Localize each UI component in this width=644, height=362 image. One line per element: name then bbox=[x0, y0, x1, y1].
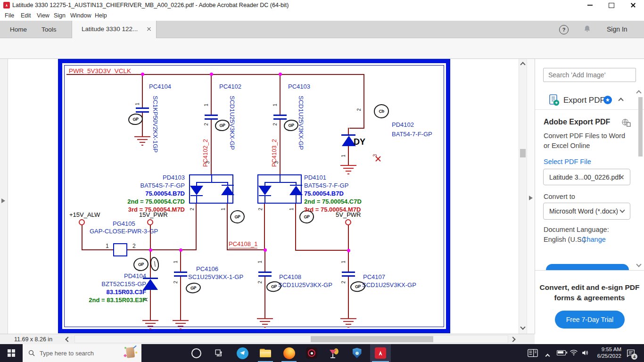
scroll-down-icon[interactable] bbox=[520, 324, 525, 329]
component-ref: PD4103 bbox=[96, 173, 185, 181]
power-port bbox=[345, 219, 351, 225]
export-pdf-title[interactable]: Export PDF bbox=[563, 96, 605, 105]
taskbar-item-security-app[interactable] bbox=[347, 344, 367, 362]
pin-number: 1 bbox=[204, 104, 209, 107]
wire bbox=[348, 224, 349, 251]
taskbar-item-telegram[interactable] bbox=[232, 344, 253, 362]
scroll-left-icon[interactable] bbox=[65, 337, 70, 342]
taskbar-item-task-view[interactable] bbox=[208, 344, 229, 362]
ground-symbol bbox=[340, 318, 357, 329]
pin-number: 3 bbox=[274, 161, 279, 164]
part-code-2nd: 2nd = 75.00054.C7D bbox=[304, 197, 394, 206]
panel-scroll-thumb[interactable] bbox=[638, 97, 643, 156]
taskbar-item-screen-recorder[interactable] bbox=[301, 344, 322, 362]
component-part: SCD1U25V3KX-GP bbox=[229, 96, 236, 164]
panel-description: Convert PDF Files to Word bbox=[544, 132, 625, 140]
pin-number: 1 bbox=[257, 261, 263, 263]
wire bbox=[348, 250, 349, 272]
wire bbox=[211, 120, 212, 175]
wire bbox=[264, 249, 265, 272]
component-ref: PD4104 bbox=[64, 272, 146, 280]
pin-number: 2 bbox=[258, 208, 263, 211]
panel-collapse-strip[interactable] bbox=[527, 59, 535, 334]
wire bbox=[264, 204, 265, 250]
document-vertical-scrollbar[interactable] bbox=[519, 59, 527, 334]
pin-number: 1 bbox=[173, 261, 178, 263]
component-part: GAP-CLOSE-PWR-3-GP bbox=[90, 228, 158, 235]
format-dropdown[interactable]: Microsoft Word (*.docx) bbox=[543, 203, 630, 220]
taskbar-clock[interactable]: 9:55 AM 6/25/2022 bbox=[592, 346, 621, 359]
net-label: PWR_5V3D3V_VCLK bbox=[69, 67, 131, 74]
clock-time: 9:55 AM bbox=[592, 346, 621, 353]
start-button[interactable] bbox=[0, 344, 23, 362]
tray-news-widget[interactable] bbox=[522, 344, 543, 362]
gp-stamp-icon: GP bbox=[214, 119, 230, 132]
adobe-export-title: Adobe Export PDF bbox=[544, 118, 610, 126]
cortana-icon bbox=[191, 348, 201, 358]
scroll-right-icon[interactable] bbox=[510, 337, 515, 342]
convert-button-partial[interactable] bbox=[546, 264, 629, 270]
collapse-panel-icon[interactable] bbox=[529, 196, 533, 200]
wire bbox=[227, 204, 228, 250]
wire bbox=[363, 74, 364, 129]
pin-number: 1 bbox=[341, 155, 346, 157]
power-port bbox=[147, 219, 153, 225]
shield-icon bbox=[353, 348, 362, 358]
pin-number: 2 bbox=[204, 123, 209, 126]
pin-number: 1 bbox=[221, 208, 226, 211]
promo-section: Convert, edit and e-sign PDF forms & agr… bbox=[535, 270, 644, 334]
wire bbox=[348, 146, 349, 165]
taskbar-item-file-explorer[interactable] bbox=[255, 344, 276, 362]
taskbar-search[interactable]: Type here to search bbox=[23, 344, 141, 362]
task-view-icon bbox=[215, 349, 223, 357]
ground-symbol bbox=[142, 320, 159, 330]
component-part: SC1KP50V2KX-1GP bbox=[152, 96, 159, 164]
dual-diode-symbol bbox=[257, 174, 302, 204]
component-part: BAT54S-7-F-GP bbox=[96, 181, 185, 189]
pin-number: 1 bbox=[106, 243, 109, 249]
horizontal-scrollbar[interactable] bbox=[74, 335, 508, 343]
component-text-block: PD4103 BAT54S-7-F-GP 75.00054.B7D 2nd = … bbox=[96, 173, 185, 214]
junction-dot bbox=[210, 73, 213, 76]
capacitor-symbol bbox=[342, 272, 355, 273]
panel-scroll-down-icon[interactable] bbox=[636, 262, 641, 267]
battery-icon[interactable] bbox=[557, 350, 566, 355]
select-pdf-link[interactable]: Select PDF File bbox=[544, 158, 591, 165]
diode-tag: DY bbox=[354, 137, 365, 147]
collapse-section-icon[interactable] bbox=[618, 98, 623, 103]
cocktail-icon bbox=[329, 347, 340, 359]
windows-logo-icon bbox=[8, 349, 15, 357]
component-ref: PC4108 bbox=[279, 273, 301, 280]
panel-description: or Excel Online bbox=[544, 142, 590, 149]
taskbar-item-firefox[interactable] bbox=[279, 344, 299, 362]
gp-stamp-icon: GP bbox=[132, 257, 149, 272]
wifi-icon[interactable] bbox=[570, 349, 578, 356]
search-highlights-icon[interactable] bbox=[124, 346, 138, 360]
horizontal-scroll-thumb[interactable] bbox=[311, 336, 433, 342]
tray-expand-icon[interactable] bbox=[546, 351, 549, 360]
wire bbox=[264, 277, 265, 318]
pin-number: 2 bbox=[257, 281, 263, 284]
change-language-link[interactable]: Change bbox=[582, 236, 606, 243]
scroll-up-icon[interactable] bbox=[520, 62, 525, 67]
selected-file-chip[interactable]: Latitude 3...00_0226.pdf bbox=[543, 169, 630, 185]
capacitor-symbol bbox=[273, 115, 287, 116]
wire bbox=[296, 250, 349, 251]
language-value: English (U.S.) bbox=[544, 236, 586, 243]
component-ref: PC4104 bbox=[149, 83, 171, 90]
free-trial-button[interactable]: Free 7-Day Trial bbox=[555, 311, 625, 329]
wire bbox=[180, 277, 181, 320]
taskbar-item-drink-app[interactable] bbox=[324, 344, 345, 362]
remove-file-icon[interactable] bbox=[619, 174, 624, 180]
panel-search-input[interactable] bbox=[543, 68, 636, 82]
capacitor-symbol bbox=[258, 272, 272, 273]
vertical-scroll-thumb[interactable] bbox=[520, 149, 526, 157]
panel-scroll-up-icon[interactable] bbox=[636, 90, 641, 95]
volume-icon[interactable] bbox=[581, 349, 589, 356]
action-center-icon[interactable]: 4 bbox=[626, 349, 636, 357]
cb-stamp-icon: Cb bbox=[373, 103, 390, 119]
component-ref: PD4101 bbox=[304, 173, 394, 181]
component-ref: PC4107 bbox=[363, 273, 385, 280]
taskbar-item-acrobat-active[interactable] bbox=[370, 344, 391, 362]
taskbar-item-cortana[interactable] bbox=[186, 344, 206, 362]
